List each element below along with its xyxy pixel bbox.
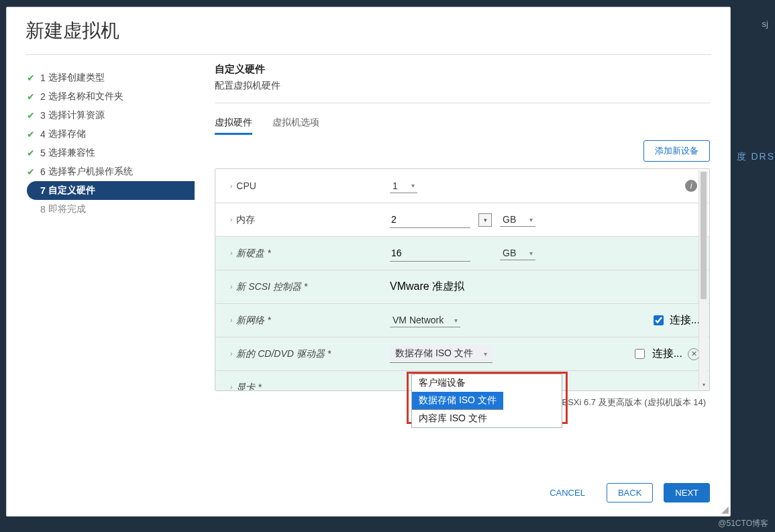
cddvd-source-dropdown: 客户端设备 数据存储 ISO 文件 内容库 ISO 文件 [411, 374, 562, 428]
wizard-steps: ✔1 选择创建类型 ✔2 选择名称和文件夹 ✔3 选择计算资源 ✔4 选择存储 … [7, 62, 195, 470]
wizard-step-6[interactable]: ✔6 选择客户机操作系统 [27, 162, 195, 181]
chevron-right-icon[interactable]: › [230, 182, 232, 190]
cancel-button[interactable]: CANCEL [539, 483, 596, 502]
hardware-panel: ›CPU 1 ▾ i ›内存 ▾ GB ▾ [215, 168, 710, 391]
scrollbar-thumb[interactable] [701, 172, 707, 299]
chevron-down-icon: ▾ [411, 182, 415, 189]
wizard-step-2[interactable]: ✔2 选择名称和文件夹 [27, 87, 195, 106]
memory-input[interactable] [390, 211, 470, 228]
wizard-step-4[interactable]: ✔4 选择存储 [27, 125, 195, 144]
hw-row-network: ›新网络 * VM Network ▾ 连接... [215, 303, 709, 337]
new-vm-wizard-modal: 新建虚拟机 ✔1 选择创建类型 ✔2 选择名称和文件夹 ✔3 选择计算资源 ✔4… [6, 7, 731, 517]
scroll-down-icon[interactable]: ▾ [699, 380, 708, 389]
dropdown-option-contentlib-iso[interactable]: 内容库 ISO 文件 [412, 410, 562, 427]
chevron-down-icon: ▾ [529, 250, 533, 257]
content-subtabs: 虚拟硬件 虚拟机选项 [215, 113, 710, 135]
chevron-right-icon[interactable]: › [230, 317, 232, 324]
hw-row-new-disk: ›新硬盘 * GB ▾ [215, 236, 709, 270]
wizard-step-5[interactable]: ✔5 选择兼容性 [27, 144, 195, 162]
hw-row-scsi: ›新 SCSI 控制器 * VMware 准虚拟 [215, 270, 709, 303]
content-subheading: 配置虚拟机硬件 [215, 80, 710, 103]
background-right-tab: 度 DRS [737, 151, 775, 171]
tab-vm-options[interactable]: 虚拟机选项 [272, 113, 319, 135]
wizard-step-7[interactable]: 7 自定义硬件 [27, 181, 195, 200]
chevron-down-icon: ▾ [484, 350, 487, 358]
dropdown-option-client-device[interactable]: 客户端设备 [412, 374, 562, 392]
wizard-step-8: 8 即将完成 [27, 200, 195, 219]
scsi-value: VMware 准虚拟 [390, 280, 464, 294]
background-topbar: sj [762, 10, 775, 37]
network-connect-checkbox[interactable] [654, 315, 664, 325]
back-button[interactable]: BACK [607, 483, 653, 502]
check-icon: ✔ [27, 166, 40, 177]
check-icon: ✔ [27, 129, 40, 140]
modal-title: 新建虚拟机 [25, 18, 711, 55]
disk-unit-select[interactable]: GB ▾ [500, 246, 535, 260]
wizard-step-1[interactable]: ✔1 选择创建类型 [27, 68, 195, 87]
chevron-right-icon[interactable]: › [230, 283, 232, 290]
cddvd-source-select[interactable]: 数据存储 ISO 文件 ▾ [390, 345, 493, 363]
hardware-scrollbar[interactable]: ▴ ▾ [699, 170, 708, 389]
info-icon[interactable]: i [685, 180, 697, 192]
chevron-right-icon[interactable]: › [230, 250, 232, 257]
chevron-down-icon: ▾ [454, 317, 458, 324]
memory-unit-select[interactable]: GB ▾ [500, 213, 535, 227]
content-heading: 自定义硬件 [215, 63, 710, 76]
add-device-button[interactable]: 添加新设备 [643, 140, 710, 162]
check-icon: ✔ [27, 148, 40, 158]
check-icon: ✔ [27, 110, 40, 121]
hw-row-memory: ›内存 ▾ GB ▾ [215, 203, 709, 236]
dropdown-option-datastore-iso[interactable]: 数据存储 ISO 文件 [412, 392, 503, 410]
chevron-right-icon[interactable]: › [230, 350, 232, 358]
resize-handle-icon[interactable]: ◢ [721, 504, 729, 515]
chevron-right-icon[interactable]: › [230, 384, 232, 390]
wizard-footer: CANCEL BACK NEXT [7, 470, 730, 516]
disk-size-input[interactable] [390, 245, 470, 262]
chevron-down-icon: ▾ [529, 216, 533, 223]
wizard-step-3[interactable]: ✔3 选择计算资源 [27, 106, 195, 125]
chevron-right-icon[interactable]: › [230, 216, 232, 223]
hw-row-cddvd: ›新的 CD/DVD 驱动器 * 数据存储 ISO 文件 ▾ 连接... ✕ [215, 337, 709, 370]
cddvd-connect-label: 连接... [652, 347, 682, 361]
watermark: @51CTO博客 [718, 518, 768, 529]
stepper-down-icon[interactable]: ▾ [478, 213, 492, 227]
hw-row-cpu: ›CPU 1 ▾ i [215, 169, 709, 203]
tab-virtual-hardware[interactable]: 虚拟硬件 [215, 113, 252, 135]
cddvd-connect-checkbox[interactable] [635, 349, 645, 359]
check-icon: ✔ [27, 72, 40, 83]
cpu-select[interactable]: 1 ▾ [390, 179, 417, 193]
network-select[interactable]: VM Network ▾ [390, 313, 460, 327]
next-button[interactable]: NEXT [664, 483, 710, 502]
check-icon: ✔ [27, 91, 40, 102]
network-connect-label: 连接... [670, 313, 700, 327]
